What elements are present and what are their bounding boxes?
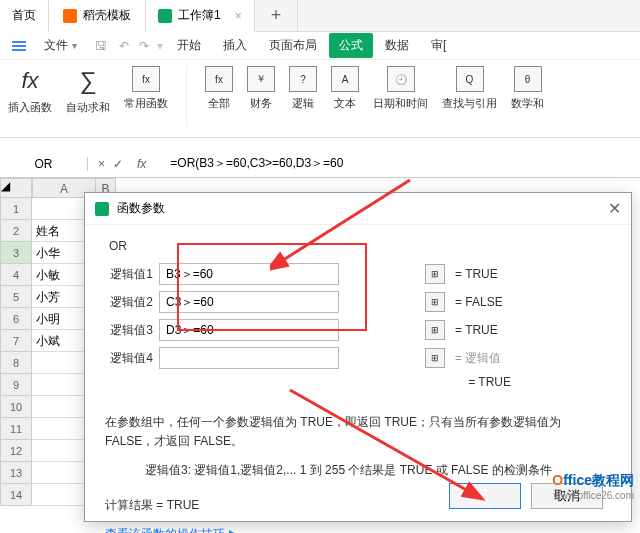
watermark: Office教程网 www.office26.com — [552, 472, 634, 501]
range-selector-icon[interactable]: ⊞ — [425, 264, 445, 284]
range-selector-icon[interactable]: ⊞ — [425, 320, 445, 340]
ribbon-text[interactable]: A 文本 — [331, 66, 359, 111]
menu-insert[interactable]: 插入 — [213, 33, 257, 58]
ok-button[interactable] — [449, 483, 521, 509]
help-link[interactable]: 查看该函数的操作技巧▶ — [105, 526, 238, 533]
row-header[interactable]: 12 — [0, 440, 32, 462]
hamburger-icon[interactable] — [6, 37, 32, 55]
param-result: = TRUE — [455, 323, 498, 337]
name-box[interactable]: OR — [0, 157, 88, 171]
fx-icon: fx — [21, 66, 38, 96]
dialog-title: 函数参数 — [117, 200, 165, 217]
menu-file[interactable]: 文件 — [34, 33, 87, 58]
param-input[interactable] — [159, 291, 339, 313]
select-all-corner[interactable]: ◢ — [0, 178, 32, 198]
formula-input[interactable]: =OR(B3＞=60,C3>=60,D3＞=60 — [162, 155, 640, 172]
row-header[interactable]: 7 — [0, 330, 32, 352]
row-header[interactable]: 3 — [0, 242, 32, 264]
param-label: 逻辑值2 — [105, 294, 153, 311]
menu-formula[interactable]: 公式 — [329, 33, 373, 58]
param-result: = 逻辑值 — [455, 350, 501, 367]
row-header[interactable]: 10 — [0, 396, 32, 418]
row-header[interactable]: 5 — [0, 286, 32, 308]
formula-cancel-icon[interactable]: × — [98, 157, 105, 171]
param-label: 逻辑值1 — [105, 266, 153, 283]
menu-layout[interactable]: 页面布局 — [259, 33, 327, 58]
sheet-icon — [158, 9, 172, 23]
box-icon: ? — [289, 66, 317, 92]
ribbon: fx 插入函数 ∑ 自动求和 fx 常用函数 fx 全部 ￥ 财务 ? 逻辑 A… — [0, 60, 640, 138]
box-icon: fx — [205, 66, 233, 92]
menu-review[interactable]: 审[ — [421, 33, 456, 58]
row-header[interactable]: 6 — [0, 308, 32, 330]
menu-start[interactable]: 开始 — [167, 33, 211, 58]
ribbon-common[interactable]: fx 常用函数 — [124, 66, 168, 111]
range-selector-icon[interactable]: ⊞ — [425, 292, 445, 312]
play-icon: ▶ — [229, 527, 238, 533]
tab-workbook[interactable]: 工作簿1 × — [146, 0, 255, 32]
param-input[interactable] — [159, 263, 339, 285]
param-input[interactable] — [159, 347, 339, 369]
ribbon-logic[interactable]: ? 逻辑 — [289, 66, 317, 111]
ribbon-datetime[interactable]: 🕘 日期和时间 — [373, 66, 428, 111]
row-header[interactable]: 2 — [0, 220, 32, 242]
formula-confirm-icon[interactable]: ✓ — [113, 157, 123, 171]
param-result: = FALSE — [455, 295, 503, 309]
docker-icon — [63, 9, 77, 23]
ribbon-finance[interactable]: ￥ 财务 — [247, 66, 275, 111]
fx-icon[interactable]: fx — [131, 157, 152, 171]
menu-bar: 文件 🖫 ↶ ↷ ▾ 开始 插入 页面布局 公式 数据 审[ — [0, 32, 640, 60]
param-label: 逻辑值4 — [105, 350, 153, 367]
ribbon-math[interactable]: θ 数学和 — [511, 66, 544, 111]
tab-home[interactable]: 首页 — [0, 0, 49, 32]
box-icon: fx — [132, 66, 160, 92]
ribbon-autosum[interactable]: ∑ 自动求和 — [66, 66, 110, 115]
close-icon[interactable]: × — [235, 9, 242, 23]
box-icon: θ — [514, 66, 542, 92]
ribbon-insert-fn[interactable]: fx 插入函数 — [8, 66, 52, 115]
row-header[interactable]: 1 — [0, 198, 32, 220]
dialog-close-icon[interactable]: ✕ — [608, 199, 621, 218]
box-icon: Q — [456, 66, 484, 92]
param-label: 逻辑值3 — [105, 322, 153, 339]
box-icon: A — [331, 66, 359, 92]
row-header[interactable]: 13 — [0, 462, 32, 484]
row-header[interactable]: 9 — [0, 374, 32, 396]
box-icon: 🕘 — [387, 66, 415, 92]
function-description: 在参数组中，任何一个参数逻辑值为 TRUE，即返回 TRUE；只有当所有参数逻辑… — [105, 413, 611, 451]
qat-save-icon[interactable]: 🖫 — [89, 39, 113, 53]
row-header[interactable]: 8 — [0, 352, 32, 374]
overall-result: = TRUE — [105, 375, 611, 389]
range-selector-icon[interactable]: ⊞ — [425, 348, 445, 368]
qat-undo-icon[interactable]: ↶ — [115, 39, 133, 53]
tab-docker-template[interactable]: 稻壳模板 — [49, 0, 146, 32]
ribbon-lookup[interactable]: Q 查找与引用 — [442, 66, 497, 111]
tab-new[interactable]: + — [255, 0, 299, 32]
menu-data[interactable]: 数据 — [375, 33, 419, 58]
qat-redo-icon[interactable]: ↷ — [135, 39, 153, 53]
sigma-icon: ∑ — [79, 66, 96, 96]
row-header[interactable]: 11 — [0, 418, 32, 440]
box-icon: ￥ — [247, 66, 275, 92]
app-icon — [95, 202, 109, 216]
param-input[interactable] — [159, 319, 339, 341]
row-header[interactable]: 4 — [0, 264, 32, 286]
function-name: OR — [109, 239, 611, 253]
row-header[interactable]: 14 — [0, 484, 32, 506]
formula-bar: OR × ✓ fx =OR(B3＞=60,C3>=60,D3＞=60 — [0, 150, 640, 178]
param-description: 逻辑值3: 逻辑值1,逻辑值2,... 1 到 255 个结果是 TRUE 或 … — [105, 461, 611, 480]
param-result: = TRUE — [455, 267, 498, 281]
function-arguments-dialog: 函数参数 ✕ OR 逻辑值1 ⊞ = TRUE逻辑值2 ⊞ = FALSE逻辑值… — [84, 192, 632, 522]
ribbon-all[interactable]: fx 全部 — [205, 66, 233, 111]
app-tabs: 首页 稻壳模板 工作簿1 × + — [0, 0, 640, 32]
